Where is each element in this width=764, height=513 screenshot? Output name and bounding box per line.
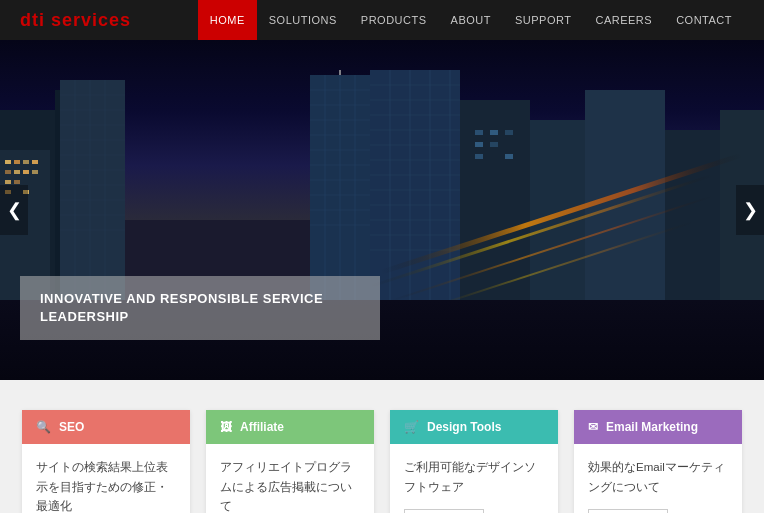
next-arrow-icon: ❯ <box>743 199 758 221</box>
prev-arrow-icon: ❮ <box>7 199 22 221</box>
card-email: ✉ Email Marketing 効果的なEmailマーケティングについて r… <box>574 410 742 513</box>
card-design-text: ご利用可能なデザインソフトウェア <box>404 458 544 497</box>
card-email-header: ✉ Email Marketing <box>574 410 742 444</box>
card-seo-header: 🔍 SEO <box>22 410 190 444</box>
card-seo-title: SEO <box>59 420 84 434</box>
hero-tagline-box: INNOVATIVE AND RESPONSIBLE SERVICE LEADE… <box>20 276 380 340</box>
card-seo-text: サイトの検索結果上位表示を目指すための修正・最適化 <box>36 458 176 513</box>
hero-tagline-text: INNOVATIVE AND RESPONSIBLE SERVICE LEADE… <box>40 290 360 326</box>
logo-text: dti services <box>20 10 131 30</box>
card-design-header: 🛒 Design Tools <box>390 410 558 444</box>
svg-rect-5 <box>14 160 20 164</box>
card-affiliate-title: Affiliate <box>240 420 284 434</box>
svg-rect-11 <box>32 170 38 174</box>
slider-next-button[interactable]: ❯ <box>736 185 764 235</box>
slider-prev-button[interactable]: ❮ <box>0 185 28 235</box>
card-email-title: Email Marketing <box>606 420 698 434</box>
svg-rect-49 <box>585 90 665 330</box>
card-design: 🛒 Design Tools ご利用可能なデザインソフトウェア read mor… <box>390 410 558 513</box>
card-seo-body: サイトの検索結果上位表示を目指すための修正・最適化 read more → <box>22 444 190 513</box>
card-seo: 🔍 SEO サイトの検索結果上位表示を目指すための修正・最適化 read mor… <box>22 410 190 513</box>
hero-section: INNOVATIVE AND RESPONSIBLE SERVICE LEADE… <box>0 40 764 380</box>
svg-rect-12 <box>5 180 11 184</box>
nav-solutions[interactable]: SOLUTIONS <box>257 0 349 40</box>
svg-rect-6 <box>23 160 29 164</box>
logo: dti services <box>20 10 131 31</box>
nav-products[interactable]: PRODUCTS <box>349 0 439 40</box>
nav-about[interactable]: ABOUT <box>439 0 503 40</box>
nav-home[interactable]: HOME <box>198 0 257 40</box>
nav-careers[interactable]: CAREERS <box>583 0 664 40</box>
card-affiliate-header: 🖼 Affiliate <box>206 410 374 444</box>
card-email-readmore[interactable]: read more → <box>588 509 668 513</box>
card-affiliate-body: アフィリエイトプログラムによる広告掲載について read more → <box>206 444 374 513</box>
envelope-icon: ✉ <box>588 420 598 434</box>
card-affiliate-text: アフィリエイトプログラムによる広告掲載について <box>220 458 360 513</box>
svg-rect-54 <box>505 130 513 135</box>
svg-rect-30 <box>370 70 460 330</box>
svg-rect-8 <box>5 170 11 174</box>
svg-rect-10 <box>23 170 29 174</box>
svg-rect-4 <box>5 160 11 164</box>
card-email-body: 効果的なEmailマーケティングについて read more → <box>574 444 742 513</box>
card-design-title: Design Tools <box>427 420 501 434</box>
search-icon: 🔍 <box>36 420 51 434</box>
svg-rect-7 <box>32 160 38 164</box>
image-icon: 🖼 <box>220 420 232 434</box>
svg-rect-57 <box>475 154 483 159</box>
svg-rect-13 <box>14 180 20 184</box>
nav-support[interactable]: SUPPORT <box>503 0 583 40</box>
svg-rect-58 <box>505 154 513 159</box>
svg-rect-52 <box>475 130 483 135</box>
card-design-body: ご利用可能なデザインソフトウェア read more → <box>390 444 558 513</box>
main-nav: HOME SOLUTIONS PRODUCTS ABOUT SUPPORT CA… <box>198 0 744 40</box>
cart-icon: 🛒 <box>404 420 419 434</box>
cards-section: 🔍 SEO サイトの検索結果上位表示を目指すための修正・最適化 read mor… <box>0 380 764 513</box>
header: dti services HOME SOLUTIONS PRODUCTS ABO… <box>0 0 764 40</box>
nav-contact[interactable]: CONTACT <box>664 0 744 40</box>
svg-rect-56 <box>490 142 498 147</box>
card-design-readmore[interactable]: read more → <box>404 509 484 513</box>
svg-rect-9 <box>14 170 20 174</box>
card-affiliate: 🖼 Affiliate アフィリエイトプログラムによる広告掲載について read… <box>206 410 374 513</box>
svg-rect-55 <box>475 142 483 147</box>
card-email-text: 効果的なEmailマーケティングについて <box>588 458 728 497</box>
svg-rect-53 <box>490 130 498 135</box>
